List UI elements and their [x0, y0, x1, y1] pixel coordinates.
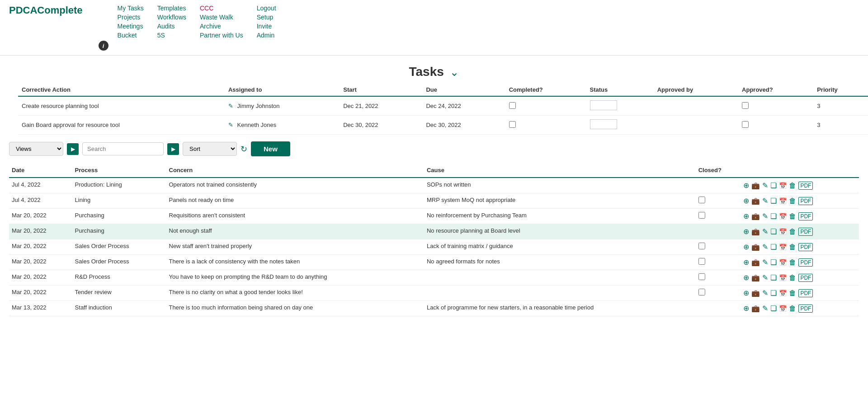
closed-checkbox[interactable]: [698, 273, 705, 280]
nav-invite[interactable]: Invite: [257, 23, 276, 30]
delete-icon[interactable]: 🗑: [789, 197, 796, 205]
nav-ccc[interactable]: CCC: [200, 5, 243, 12]
delete-icon[interactable]: 🗑: [789, 212, 796, 220]
copy-icon[interactable]: ❏: [770, 227, 777, 236]
calendar-icon[interactable]: 📅: [779, 197, 787, 205]
task-completed-checkbox[interactable]: [509, 102, 516, 109]
search-play-button[interactable]: ▶: [167, 143, 179, 155]
edit-icon[interactable]: ✎: [762, 304, 768, 313]
add-icon[interactable]: ⊕: [743, 304, 749, 313]
calendar-icon[interactable]: 📅: [779, 228, 787, 235]
calendar-icon[interactable]: 📅: [779, 213, 787, 220]
nav-templates[interactable]: Templates: [157, 5, 186, 12]
refresh-button[interactable]: ↻: [241, 144, 247, 154]
nav-audits[interactable]: Audits: [157, 23, 186, 30]
calendar-icon[interactable]: 📅: [779, 244, 787, 251]
task-status-box[interactable]: [590, 119, 617, 129]
delete-icon[interactable]: 🗑: [789, 274, 796, 282]
nav-waste-walk[interactable]: Waste Walk: [200, 14, 243, 21]
new-button[interactable]: New: [251, 141, 290, 156]
search-input[interactable]: [82, 142, 164, 155]
briefcase-icon[interactable]: 💼: [751, 212, 760, 220]
pdf-icon[interactable]: PDF: [798, 243, 813, 251]
nav-projects[interactable]: Projects: [118, 14, 144, 21]
closed-checkbox[interactable]: [698, 243, 705, 249]
sort-select[interactable]: Sort: [183, 142, 237, 156]
task-approved-checkbox[interactable]: [742, 102, 749, 109]
add-icon[interactable]: ⊕: [743, 243, 749, 251]
task-edit-icon[interactable]: ✎: [228, 103, 233, 109]
add-icon[interactable]: ⊕: [743, 197, 749, 205]
briefcase-icon[interactable]: 💼: [751, 289, 760, 297]
edit-icon[interactable]: ✎: [762, 289, 768, 297]
pdf-icon[interactable]: PDF: [798, 258, 813, 267]
task-completed-checkbox[interactable]: [509, 121, 516, 128]
edit-icon[interactable]: ✎: [762, 258, 768, 267]
briefcase-icon[interactable]: 💼: [751, 182, 760, 190]
nav-setup[interactable]: Setup: [257, 14, 276, 21]
closed-checkbox[interactable]: [698, 289, 705, 295]
nav-logout[interactable]: Logout: [257, 5, 276, 12]
nav-workflows[interactable]: Workflows: [157, 14, 186, 21]
delete-icon[interactable]: 🗑: [789, 289, 796, 297]
copy-icon[interactable]: ❏: [770, 273, 777, 282]
pdf-icon[interactable]: PDF: [798, 274, 813, 282]
nav-archive[interactable]: Archive: [200, 23, 243, 30]
task-edit-icon[interactable]: ✎: [228, 122, 233, 128]
pdf-icon[interactable]: PDF: [798, 212, 813, 220]
nav-bucket[interactable]: Bucket: [118, 32, 144, 39]
nav-5s[interactable]: 5S: [157, 32, 186, 39]
copy-icon[interactable]: ❏: [770, 243, 777, 251]
pdf-icon[interactable]: PDF: [798, 305, 813, 313]
calendar-icon[interactable]: 📅: [779, 290, 787, 297]
briefcase-icon[interactable]: 💼: [751, 274, 760, 282]
delete-icon[interactable]: 🗑: [789, 243, 796, 251]
delete-icon[interactable]: 🗑: [789, 258, 796, 267]
copy-icon[interactable]: ❏: [770, 181, 777, 190]
pdf-icon[interactable]: PDF: [798, 182, 813, 190]
nav-admin[interactable]: Admin: [257, 32, 276, 39]
edit-icon[interactable]: ✎: [762, 243, 768, 251]
calendar-icon[interactable]: 📅: [779, 182, 787, 189]
nav-partner[interactable]: Partner with Us: [200, 32, 243, 39]
views-select[interactable]: Views: [9, 142, 63, 156]
add-icon[interactable]: ⊕: [743, 227, 749, 236]
closed-checkbox[interactable]: [698, 258, 705, 265]
briefcase-icon[interactable]: 💼: [751, 228, 760, 236]
pdf-icon[interactable]: PDF: [798, 228, 813, 236]
briefcase-icon[interactable]: 💼: [751, 258, 760, 267]
calendar-icon[interactable]: 📅: [779, 305, 787, 312]
briefcase-icon[interactable]: 💼: [751, 197, 760, 205]
edit-icon[interactable]: ✎: [762, 273, 768, 282]
calendar-icon[interactable]: 📅: [779, 259, 787, 266]
add-icon[interactable]: ⊕: [743, 289, 749, 297]
delete-icon[interactable]: 🗑: [789, 305, 796, 313]
add-icon[interactable]: ⊕: [743, 258, 749, 267]
edit-icon[interactable]: ✎: [762, 227, 768, 236]
add-icon[interactable]: ⊕: [743, 273, 749, 282]
copy-icon[interactable]: ❏: [770, 304, 777, 313]
closed-checkbox[interactable]: [698, 197, 705, 203]
briefcase-icon[interactable]: 💼: [751, 243, 760, 251]
copy-icon[interactable]: ❏: [770, 197, 777, 205]
copy-icon[interactable]: ❏: [770, 289, 777, 297]
task-status-box[interactable]: [590, 100, 617, 110]
closed-checkbox[interactable]: [698, 212, 705, 219]
calendar-icon[interactable]: 📅: [779, 274, 787, 281]
edit-icon[interactable]: ✎: [762, 197, 768, 205]
add-icon[interactable]: ⊕: [743, 181, 749, 190]
delete-icon[interactable]: 🗑: [789, 228, 796, 236]
add-icon[interactable]: ⊕: [743, 212, 749, 220]
chevron-down-icon[interactable]: ⌄: [450, 66, 459, 78]
copy-icon[interactable]: ❏: [770, 258, 777, 267]
task-approved-checkbox[interactable]: [742, 121, 749, 128]
delete-icon[interactable]: 🗑: [789, 182, 796, 190]
nav-meetings[interactable]: Meetings: [118, 23, 144, 30]
edit-icon[interactable]: ✎: [762, 212, 768, 220]
pdf-icon[interactable]: PDF: [798, 289, 813, 297]
edit-icon[interactable]: ✎: [762, 181, 768, 190]
copy-icon[interactable]: ❏: [770, 212, 777, 220]
briefcase-icon[interactable]: 💼: [751, 305, 760, 313]
pdf-icon[interactable]: PDF: [798, 197, 813, 205]
views-play-button[interactable]: ▶: [67, 143, 79, 155]
